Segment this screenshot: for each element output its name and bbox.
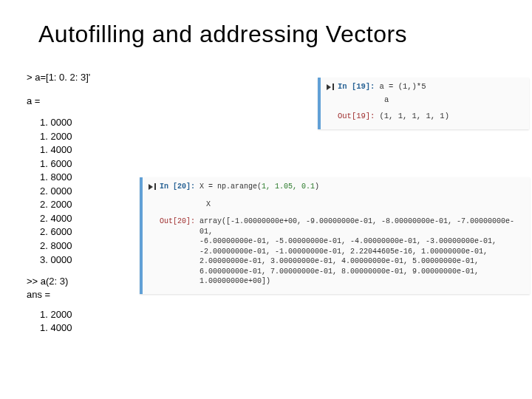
matlab-value: 3. 0000	[40, 253, 90, 267]
array-line: 1.00000000e+00])	[200, 276, 522, 287]
array-line: 2.00000000e-01, 3.00000000e-01, 4.000000…	[200, 256, 522, 267]
array-output: array([-1.00000000e+00, -9.00000000e-01,…	[200, 216, 522, 287]
array-line: -6.00000000e-01, -5.00000000e-01, -4.000…	[200, 236, 522, 247]
matlab-value: 1. 4000	[40, 143, 90, 157]
matlab-command-2: >> a(2: 3)	[27, 275, 90, 288]
bar-icon	[332, 83, 334, 90]
array-line: 6.00000000e-01, 7.00000000e-01, 8.000000…	[200, 267, 522, 277]
input-prompt: In [19]:	[338, 82, 375, 91]
matlab-value: 1. 2000	[40, 130, 90, 143]
cell-code: a = (1,)*5	[379, 82, 522, 91]
cell-output-row: Out[19]: (1, 1, 1, 1, 1)	[327, 112, 522, 120]
matlab-console: > a=[1: 0. 2: 3]' a = 1. 0000 1. 2000 1.…	[27, 71, 90, 334]
matlab-value: 1. 2000	[40, 308, 90, 321]
array-line: array([-1.00000000e+00, -9.00000000e-01,…	[200, 216, 522, 236]
slide-title: Autofilling and addressing Vectors	[38, 21, 407, 48]
matlab-values-list: 1. 0000 1. 2000 1. 4000 1. 6000 1. 8000 …	[40, 116, 90, 266]
matlab-value: 2. 6000	[40, 225, 90, 239]
cell-output-row: Out[20]: array([-1.00000000e+00, -9.0000…	[149, 216, 522, 287]
cell-expr: a	[384, 95, 522, 104]
cell-expr: X	[206, 200, 522, 210]
code-text: X = np.arange(	[200, 183, 262, 191]
matlab-value: 1. 8000	[40, 171, 90, 184]
code-text: )	[315, 183, 319, 191]
cell-input-row: In [19]: a = (1,)*5	[327, 82, 522, 91]
output-prompt: Out[19]:	[338, 112, 375, 120]
bar-icon	[154, 183, 156, 190]
matlab-value: 2. 4000	[40, 212, 90, 225]
cell-input-row: In [20]: X = np.arange(1, 1.05, 0.1)	[149, 182, 522, 192]
array-line: -2.00000000e-01, -1.00000000e-01, 2.2204…	[200, 247, 522, 257]
run-icon	[327, 84, 331, 90]
code-args: 1, 1.05, 0.1	[262, 183, 315, 191]
matlab-value: 2. 0000	[40, 185, 90, 198]
jupyter-cell-2: In [20]: X = np.arange(1, 1.05, 0.1) X O…	[140, 177, 530, 294]
matlab-ans-values: 1. 2000 1. 4000	[40, 308, 90, 334]
matlab-command-1: > a=[1: 0. 2: 3]'	[27, 71, 90, 84]
run-icon	[149, 184, 153, 190]
matlab-ans-label: ans =	[27, 288, 90, 301]
matlab-value: 2. 2000	[40, 198, 90, 211]
cell-code: X = np.arange(1, 1.05, 0.1)	[200, 182, 522, 192]
matlab-value: 2. 8000	[40, 239, 90, 253]
matlab-var-label: a =	[27, 95, 90, 108]
input-prompt: In [20]:	[160, 182, 195, 192]
matlab-value: 1. 6000	[40, 157, 90, 171]
jupyter-cell-1: In [19]: a = (1,)*5 a Out[19]: (1, 1, 1,…	[318, 78, 529, 129]
matlab-value: 1. 0000	[40, 116, 90, 129]
output-prompt: Out[20]:	[160, 216, 195, 227]
cell-output: (1, 1, 1, 1, 1)	[379, 112, 522, 120]
matlab-value: 1. 4000	[40, 321, 90, 335]
